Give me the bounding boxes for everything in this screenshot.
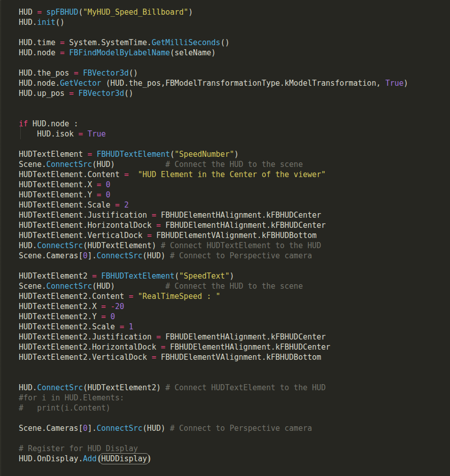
code-line[interactable]: HUDTextElement.X = 0 [19,180,450,190]
code-token: # Register for HUD Display [19,444,138,453]
code-line[interactable]: HUD.node = FBFindModelByLabelName(seleNa… [19,48,450,58]
code-line[interactable]: HUD.isok = True [19,129,450,139]
code-token: HUDTextElement2.HorizontalDock [19,343,161,352]
code-token: () [55,18,64,27]
code-line[interactable] [19,372,450,383]
code-token: "SpeedText" [179,271,229,281]
code-token: HUDTextElement2.Justification [19,332,156,342]
code-line[interactable]: HUDTextElement2.Content = "RealTimeSpeed… [19,291,450,301]
code-token: HUDTextElement.Content [19,170,124,179]
code-token: = [129,292,133,301]
code-token: if [19,119,28,128]
code-line[interactable]: HUDTextElement2.VerticalDock = FBHUDElem… [19,352,450,362]
code-line[interactable]: HUD.up_pos = FBVector3d() [19,88,450,98]
highlighted-symbol: HUDDisplay [99,453,149,464]
code-token: () [220,38,229,47]
code-line[interactable]: HUDTextElement2.HorizontalDock = FBHUDEl… [19,342,450,352]
code-token: ConnectSrc [97,251,143,260]
code-token: "RealTimeSpeed : " [138,292,221,301]
code-token: # print(i.Content) [19,403,111,413]
code-line[interactable] [19,362,450,372]
code-token: HUDTextElement2 [19,271,92,281]
code-token: 20 [115,302,124,311]
code-line[interactable]: # print(i.Content) [19,403,450,413]
code-token: FBHUDElementHAlignment.kFBHUDCenter [161,221,326,230]
code-line[interactable]: HUDTextElement2.Justification = FBHUDEle… [19,332,450,342]
code-token: # Connect HUDTextElement to the HUD [161,241,321,250]
code-token: HUD.node : [28,119,78,128]
code-token: = [115,200,120,210]
code-line[interactable]: #for i in HUD.Elements: [19,393,450,403]
code-token: ) [188,8,193,17]
code-line[interactable]: HUD.the_pos = FBVector3d() [19,68,450,78]
code-token [92,150,97,159]
code-token: FBHUDElementVAlignment.kFBHUDBottom [152,231,317,240]
code-token: = [152,211,156,220]
code-line[interactable]: if HUD.node : [19,119,450,129]
code-line[interactable] [19,139,450,149]
code-line[interactable] [19,109,450,119]
code-token: # Connect the HUD to the scene [165,160,303,169]
code-line[interactable]: Scene.ConnectSrc(HUD) # Connect the HUD … [19,159,450,169]
code-line[interactable] [19,58,450,68]
code-token: HUDTextElement.VerticalDock [19,231,147,240]
code-line[interactable]: Scene.ConnectSrc(HUD) # Connect the HUD … [19,281,450,291]
code-line[interactable] [19,27,450,38]
code-token: FBFindModelByLabelName [69,48,170,57]
code-token [42,8,46,17]
code-token: ) [147,454,152,463]
code-line[interactable]: HUDTextElement = FBHUDTextElement("Speed… [19,149,450,159]
code-line[interactable]: HUDTextElement.Scale = 2 [19,200,450,210]
code-line[interactable]: HUD = spFBHUD("MyHUD_Speed_Billboard") [19,7,450,17]
code-token: Add [83,454,96,463]
code-token: = [156,332,161,342]
code-token: (seleName) [170,48,216,57]
code-token: Scene.Cameras[ [19,424,83,433]
code-token [97,271,101,281]
code-line[interactable]: HUD.ConnectSrc(HUDTextElement2) # Connec… [19,383,450,393]
code-token: = [161,343,165,352]
code-line[interactable]: HUDTextElement2.Y = 0 [19,312,450,322]
code-token: # Connect to Perspective camera [170,251,312,260]
code-line[interactable]: HUDTextElement.HorizontalDock = FBHUDEle… [19,220,450,230]
code-line[interactable] [19,261,450,271]
code-token: HUDTextElement2.X [19,302,101,311]
code-token: = [124,170,129,179]
code-line[interactable]: HUD.init() [19,17,450,27]
code-token: # Connect the HUD to the scene [165,282,303,291]
code-line[interactable]: HUDTextElement2.X = -20 [19,301,450,312]
code-token: #for i in HUD.Elements: [19,393,124,402]
code-line[interactable]: HUDTextElement.Justification = FBHUDElem… [19,210,450,220]
code-line[interactable] [19,433,450,444]
code-token: 0 [106,180,111,189]
code-line[interactable]: HUDTextElement2 = FBHUDTextElement("Spee… [19,271,450,281]
code-token [120,200,124,210]
code-line[interactable]: Scene.Cameras[0].ConnectSrc(HUD) # Conne… [19,423,450,433]
code-line[interactable]: HUDTextElement.Y = 0 [19,190,450,200]
code-line[interactable]: Scene.Cameras[0].ConnectSrc(HUD) # Conne… [19,251,450,261]
code-line[interactable]: HUDTextElement2.Scale = 1 [19,322,450,332]
code-line[interactable]: HUDTextElement.Content = "HUD Element in… [19,169,450,180]
code-line[interactable]: HUD.node.GetVector (HUD.the_pos,FBModelT… [19,78,450,88]
code-token: ) [234,150,238,159]
code-token: # Connect to Perspective camera [170,424,312,433]
code-line[interactable] [19,98,450,109]
code-line[interactable]: HUDTextElement.VerticalDock = FBHUDEleme… [19,230,450,241]
code-token: FBHUDElementHAlignment.kFBHUDCenter [156,211,321,220]
code-token: FBHUDElementHAlignment.kFBHUDCenter [165,343,330,352]
code-token: = [101,302,106,311]
code-line[interactable]: HUD.time = System.SystemTime.GetMilliSec… [19,38,450,48]
code-line[interactable]: HUD.OnDisplay.Add(HUDDisplay) [19,454,450,464]
code-token [124,322,129,331]
code-line[interactable] [19,413,450,423]
code-line[interactable]: # Register for HUD Display [19,444,450,454]
code-token: = [87,150,92,159]
code-token: (HUD.the_pos,FBModelTransformationType.k… [101,79,386,88]
code-token: ConnectSrc [97,424,143,433]
code-token: HUDTextElement2.VerticalDock [19,353,152,362]
code-editor[interactable]: HUD = spFBHUD("MyHUD_Speed_Billboard")HU… [0,0,450,476]
code-token: HUDTextElement.Scale [19,200,115,210]
code-token: = [147,231,152,240]
code-token: 2 [124,200,129,210]
code-line[interactable]: HUD.ConnectSrc(HUDTextElement) # Connect… [19,241,450,251]
